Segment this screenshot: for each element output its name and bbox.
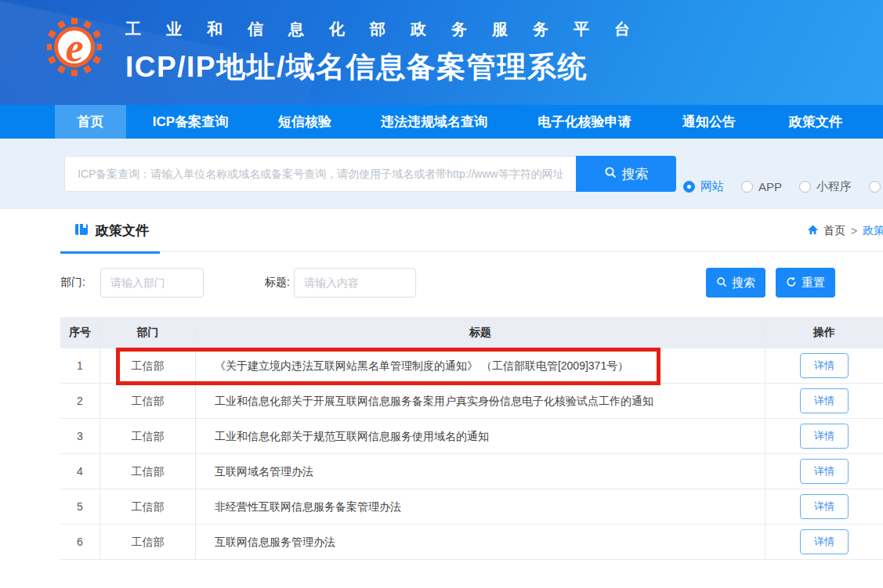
- cell-title: 工业和信息化部关于开展互联网信息服务备案用户真实身份信息电子化核验试点工作的通知: [196, 384, 765, 419]
- breadcrumb-current[interactable]: 政策文件: [863, 224, 883, 238]
- section-title: 政策文件: [96, 222, 149, 240]
- app-header: e 工业和信息化部政务服务平台 ICP/IP地址/域名信息备案管理系统: [0, 0, 883, 105]
- cell-title: 互联网域名管理办法: [196, 454, 765, 489]
- title-filter-input[interactable]: [294, 268, 416, 298]
- policy-file-icon: [74, 222, 89, 240]
- nav-item-notices[interactable]: 通知公告: [656, 105, 762, 139]
- cell-title: 非经营性互联网信息服务备案管理办法: [196, 489, 765, 525]
- cell-title: 工业和信息化部关于规范互联网信息服务使用域名的通知: [196, 419, 765, 454]
- radio-website[interactable]: 网站: [683, 179, 724, 194]
- cell-no: 3: [60, 419, 100, 454]
- cell-dept: 工信部: [100, 525, 196, 560]
- table-row: 5 工信部 非经营性互联网信息服务备案管理办法 详情: [60, 489, 883, 525]
- detail-button[interactable]: 详情: [800, 353, 849, 378]
- radio-label: APP: [758, 180, 782, 193]
- col-header-no: 序号: [60, 326, 100, 340]
- miit-logo-icon: e: [47, 13, 102, 88]
- search-icon: [604, 166, 617, 182]
- nav-item-policy-files[interactable]: 政策文件: [762, 105, 869, 139]
- cell-dept: 工信部: [100, 419, 196, 454]
- breadcrumb-separator: >: [851, 225, 857, 237]
- system-title: ICP/IP地址/域名信息备案管理系统: [125, 48, 655, 87]
- nav-item-icp-query[interactable]: ICP备案查询: [126, 105, 255, 139]
- platform-title: 工业和信息化部政务服务平台: [125, 19, 655, 40]
- cell-no: 5: [60, 489, 100, 525]
- search-button-label: 搜索: [622, 165, 649, 183]
- detail-button[interactable]: 详情: [800, 529, 849, 554]
- col-header-action: 操作: [765, 326, 883, 340]
- radio-circle-icon: [869, 181, 881, 193]
- radio-label: 网站: [700, 179, 724, 194]
- search-type-radios: 网站 APP 小程序 快应用: [683, 179, 883, 194]
- filter-search-label: 搜索: [732, 276, 755, 290]
- breadcrumb: 首页 > 政策文件: [807, 224, 883, 238]
- detail-button[interactable]: 详情: [800, 388, 849, 413]
- icp-search-strip: 搜索 网站 APP 小程序 快应用: [0, 139, 883, 209]
- detail-button[interactable]: 详情: [800, 459, 849, 484]
- filter-row: 部门: 标题: 搜索 重置: [60, 268, 883, 298]
- radio-app[interactable]: APP: [741, 180, 782, 193]
- table-row: 4 工信部 互联网域名管理办法 详情: [60, 454, 883, 489]
- table-row: 1 工信部 《关于建立境内违法互联网站黑名单管理制度的通知》 （工信部联电管[2…: [60, 348, 883, 384]
- radio-quickapp[interactable]: 快应用: [869, 179, 883, 194]
- dept-filter-label: 部门:: [60, 276, 85, 290]
- search-icon: [716, 276, 727, 290]
- filter-search-button[interactable]: 搜索: [706, 268, 765, 298]
- col-header-dept: 部门: [100, 326, 196, 340]
- icp-search-input[interactable]: [64, 156, 576, 192]
- nav-item-home[interactable]: 首页: [55, 105, 126, 139]
- cell-no: 6: [60, 525, 100, 560]
- filter-reset-label: 重置: [802, 276, 825, 290]
- cell-no: 1: [60, 348, 100, 384]
- radio-circle-icon: [741, 181, 753, 193]
- detail-button[interactable]: 详情: [800, 494, 849, 519]
- radio-circle-icon: [683, 181, 695, 193]
- detail-button[interactable]: 详情: [800, 424, 849, 449]
- cell-no: 2: [60, 384, 100, 419]
- svg-text:e: e: [65, 25, 83, 70]
- main-nav: 首页 ICP备案查询 短信核验 违法违规域名查询 电子化核验申请 通知公告 政策…: [0, 105, 883, 139]
- active-tab-bar: [60, 251, 160, 254]
- dept-filter-input[interactable]: [100, 268, 204, 298]
- table-row: 2 工信部 工业和信息化部关于开展互联网信息服务备案用户真实身份信息电子化核验试…: [60, 384, 883, 419]
- radio-label: 小程序: [816, 179, 852, 194]
- icp-search-button[interactable]: 搜索: [576, 156, 676, 192]
- radio-circle-icon: [799, 181, 811, 193]
- refresh-icon: [786, 276, 797, 290]
- breadcrumb-home[interactable]: 首页: [823, 224, 845, 238]
- table-header-row: 序号 部门 标题 操作: [60, 317, 883, 348]
- nav-item-illegal-domain-query[interactable]: 违法违规域名查询: [355, 105, 513, 139]
- table-row: 3 工信部 工业和信息化部关于规范互联网信息服务使用域名的通知 详情: [60, 419, 883, 454]
- cell-title: 《关于建立境内违法互联网站黑名单管理制度的通知》 （工信部联电管[2009]37…: [196, 348, 765, 384]
- cell-dept: 工信部: [100, 348, 196, 384]
- cell-dept: 工信部: [100, 454, 196, 489]
- tab-policy-files[interactable]: 政策文件: [60, 209, 180, 252]
- nav-item-e-verify-apply[interactable]: 电子化核验申请: [513, 105, 656, 139]
- table-row: 6 工信部 互联网信息服务管理办法 详情: [60, 525, 883, 560]
- title-filter-label: 标题:: [265, 276, 290, 290]
- cell-dept: 工信部: [100, 489, 196, 525]
- policy-table: 序号 部门 标题 操作 1 工信部 《关于建立境内违法互联网站黑名单管理制度的通…: [60, 317, 883, 560]
- filter-reset-button[interactable]: 重置: [776, 268, 835, 298]
- cell-no: 4: [60, 454, 100, 489]
- cell-title: 互联网信息服务管理办法: [196, 525, 765, 560]
- nav-item-sms-verify[interactable]: 短信核验: [255, 105, 355, 139]
- home-icon: [807, 224, 819, 238]
- radio-miniprogram[interactable]: 小程序: [799, 179, 852, 194]
- cell-dept: 工信部: [100, 384, 196, 419]
- col-header-title: 标题: [196, 326, 765, 340]
- section-head: 政策文件 首页 > 政策文件: [60, 209, 883, 252]
